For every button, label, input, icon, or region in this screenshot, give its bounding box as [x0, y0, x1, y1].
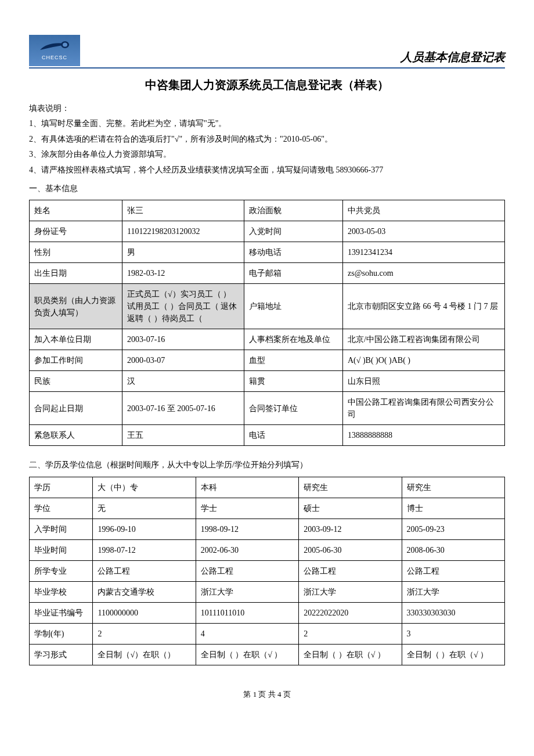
page-title: 中咨集团人力资源系统员工信息登记表（样表）: [29, 75, 505, 94]
school-col3: 浙江大学: [402, 581, 504, 602]
logo-text: CHECSC: [42, 53, 67, 62]
label-mobile: 移动电话: [244, 242, 343, 263]
enroll-col1: 1998-09-12: [196, 519, 298, 539]
grad-col2: 2005-06-30: [299, 539, 402, 560]
value-dob: 1982-03-12: [122, 263, 244, 284]
label-dob: 出生日期: [30, 263, 122, 284]
value-archive-location: 北京/中国公路工程咨询集团有限公司: [343, 329, 505, 350]
years-col1: 4: [196, 623, 298, 644]
mode-col0: 全日制（√）在职（）: [93, 644, 196, 665]
major-col2: 公路工程: [299, 560, 402, 581]
label-join-date: 加入本单位日期: [30, 329, 122, 350]
section1-title: 一、基本信息: [29, 182, 505, 195]
label-native-place: 籍贯: [244, 371, 343, 392]
label-work-start: 参加工作时间: [30, 350, 122, 371]
years-col0: 2: [93, 623, 196, 644]
cert-col3: 330330303030: [402, 602, 504, 623]
degree-col1: 学士: [196, 498, 298, 519]
value-mobile: 13912341234: [343, 242, 505, 263]
cert-col0: 1100000000: [93, 602, 196, 623]
value-blood-type: A(√ )B( )O( )AB( ): [343, 350, 505, 371]
instruction-item: 4、请严格按照样表格式填写，将个人经历及业绩获奖情况填写全面，填写疑问请致电 5…: [29, 164, 505, 177]
years-col2: 2: [299, 623, 402, 644]
mode-col3: 全日制（ ）在职（√ ）: [402, 644, 504, 665]
label-email: 电子邮箱: [244, 263, 343, 284]
major-col3: 公路工程: [402, 560, 504, 581]
label-enroll: 入学时间: [30, 519, 93, 539]
instructions-header: 填表说明：: [29, 102, 505, 115]
label-emergency-contact: 紧急联系人: [30, 425, 122, 446]
value-email: zs@sohu.com: [343, 263, 505, 284]
enroll-col2: 2003-09-12: [299, 519, 402, 539]
enroll-col3: 2005-09-23: [402, 519, 504, 539]
value-name: 张三: [122, 200, 244, 221]
instruction-item: 3、涂灰部分由各单位人力资源部填写。: [29, 148, 505, 161]
school-col1: 浙江大学: [196, 581, 298, 602]
section2-title: 二、学历及学位信息（根据时间顺序，从大中专以上学历/学位开始分列填写）: [29, 459, 505, 471]
page-footer: 第 1 页 共 4 页: [29, 689, 505, 701]
education-table: 学历 大（中）专 本科 研究生 研究生 学位 无 学士 硕士 博士 入学时间 1…: [29, 477, 505, 665]
value-political: 中共党员: [343, 200, 505, 221]
value-employee-category: 正式员工（√）实习员工（ ）试用员工（ ）合同员工（ 退休返聘（ ）待岗员工（: [122, 284, 244, 329]
document-header: CHECSC 人员基本信息登记表: [29, 35, 505, 69]
label-id: 身份证号: [30, 221, 122, 242]
enroll-col0: 1996-09-10: [93, 519, 196, 539]
instruction-item: 1、填写时尽量全面、完整。若此栏为空，请填写"无"。: [29, 117, 505, 130]
mode-col2: 全日制（ ）在职（√ ）: [299, 644, 402, 665]
value-emergency-tel: 13888888888: [343, 425, 505, 446]
label-education: 学历: [30, 477, 93, 498]
grad-col3: 2008-06-30: [402, 539, 504, 560]
value-address: 北京市朝阳区安立路 66 号 4 号楼 1 门 7 层: [343, 284, 505, 329]
label-contract-period: 合同起止日期: [30, 392, 122, 425]
label-ethnicity: 民族: [30, 371, 122, 392]
label-blood-type: 血型: [244, 350, 343, 371]
value-party-date: 2003-05-03: [343, 221, 505, 242]
label-years: 学制(年): [30, 623, 93, 644]
instruction-item: 2、有具体选项的栏请在符合的选项后打"√"，所有涉及时间的格式为："2010-0…: [29, 133, 505, 146]
label-contract-unit: 合同签订单位: [244, 392, 343, 425]
value-id: 110122198203120032: [122, 221, 244, 242]
label-mode: 学习形式: [30, 644, 93, 665]
value-ethnicity: 汉: [122, 371, 244, 392]
value-contract-unit: 中国公路工程咨询集团有限公司西安分公司: [343, 392, 505, 425]
value-join-date: 2003-07-16: [122, 329, 244, 350]
label-major: 所学专业: [30, 560, 93, 581]
school-col2: 浙江大学: [299, 581, 402, 602]
label-archive-location: 人事档案所在地及单位: [244, 329, 343, 350]
years-col3: 3: [402, 623, 504, 644]
major-col0: 公路工程: [93, 560, 196, 581]
edu-col3: 研究生: [402, 477, 504, 498]
mode-col1: 全日制（ ）在职（√ ）: [196, 644, 298, 665]
degree-col0: 无: [93, 498, 196, 519]
edu-col2: 研究生: [299, 477, 402, 498]
school-col0: 内蒙古交通学校: [93, 581, 196, 602]
label-gender: 性别: [30, 242, 122, 263]
label-emergency-tel: 电话: [244, 425, 343, 446]
value-native-place: 山东日照: [343, 371, 505, 392]
label-political: 政治面貌: [244, 200, 343, 221]
value-work-start: 2000-03-07: [122, 350, 244, 371]
degree-col2: 硕士: [299, 498, 402, 519]
label-employee-category: 职员类别（由人力资源负责人填写）: [30, 284, 122, 329]
label-cert: 毕业证书编号: [30, 602, 93, 623]
value-emergency-contact: 王五: [122, 425, 244, 446]
company-logo: CHECSC: [29, 35, 80, 66]
edu-col1: 本科: [196, 477, 298, 498]
cert-col1: 10111011010: [196, 602, 298, 623]
basic-info-table: 姓名 张三 政治面貌 中共党员 身份证号 110122198203120032 …: [29, 200, 505, 446]
edu-col0: 大（中）专: [93, 477, 196, 498]
grad-col0: 1998-07-12: [93, 539, 196, 560]
label-address: 户籍地址: [244, 284, 343, 329]
label-grad: 毕业时间: [30, 539, 93, 560]
label-degree: 学位: [30, 498, 93, 519]
value-gender: 男: [122, 242, 244, 263]
svg-point-1: [63, 42, 67, 46]
document-type-title: 人员基本信息登记表: [400, 48, 505, 66]
label-name: 姓名: [30, 200, 122, 221]
value-contract-period: 2003-07-16 至 2005-07-16: [122, 392, 244, 425]
instructions-block: 填表说明： 1、填写时尽量全面、完整。若此栏为空，请填写"无"。 2、有具体选项…: [29, 102, 505, 177]
cert-col2: 20222022020: [299, 602, 402, 623]
label-party-date: 入党时间: [244, 221, 343, 242]
degree-col3: 博士: [402, 498, 504, 519]
major-col1: 公路工程: [196, 560, 298, 581]
